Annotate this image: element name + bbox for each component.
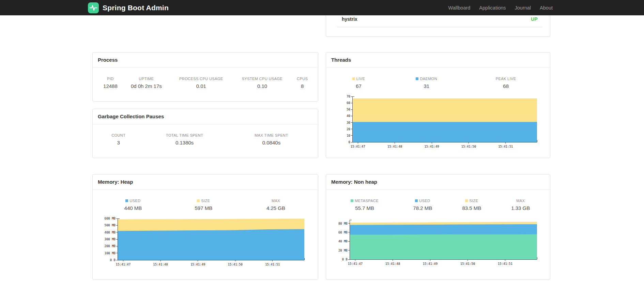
svg-text:15:41:50: 15:41:50 xyxy=(461,145,476,148)
process-panel-title: Process xyxy=(93,52,318,68)
nonheap-size-swatch-icon xyxy=(465,199,468,202)
threads-legend: LIVE 67 DAEMON 31 PEAK LIVE 68 xyxy=(331,73,545,91)
svg-text:0 B: 0 B xyxy=(110,258,116,262)
legend-nonheap-used: USED 78.2 MB xyxy=(398,195,447,213)
legend-daemon: DAEMON 31 xyxy=(386,73,467,91)
application-row[interactable]: hystrix UP xyxy=(337,15,542,27)
svg-text:0: 0 xyxy=(349,140,350,144)
svg-text:10: 10 xyxy=(347,134,350,137)
memory-heap-panel-title: Memory: Heap xyxy=(93,174,318,190)
heap-legend: USED 440 MB SIZE 597 MB MAX 4.25 GB xyxy=(98,195,313,213)
legend-heap-size: SIZE 597 MB xyxy=(168,195,239,213)
stat-gc-count: COUNT 3 xyxy=(98,130,139,148)
svg-text:20 MB: 20 MB xyxy=(338,249,348,252)
svg-text:70: 70 xyxy=(347,95,350,98)
threads-panel-title: Threads xyxy=(326,52,550,68)
legend-live: LIVE 67 xyxy=(331,73,386,91)
svg-text:500 MB: 500 MB xyxy=(104,224,116,227)
svg-text:80 MB: 80 MB xyxy=(338,222,348,225)
stat-pid: PID 12488 xyxy=(98,73,123,91)
legend-heap-used: USED 440 MB xyxy=(98,195,168,213)
svg-text:300 MB: 300 MB xyxy=(104,238,116,241)
heap-used-swatch-icon xyxy=(125,199,128,202)
svg-text:15:41:47: 15:41:47 xyxy=(116,263,131,266)
svg-text:15:41:50: 15:41:50 xyxy=(228,263,243,266)
daemon-swatch-icon xyxy=(416,77,418,80)
svg-text:50: 50 xyxy=(347,108,350,111)
stat-process-cpu-usage: PROCESS CPU USAGE 0.01 xyxy=(170,73,233,91)
svg-text:15:41:49: 15:41:49 xyxy=(424,145,439,148)
gc-panel: Garbage Collection Pauses COUNT 3 TOTAL … xyxy=(92,109,318,158)
live-swatch-icon xyxy=(352,77,355,80)
svg-text:600 MB: 600 MB xyxy=(104,217,116,220)
legend-metaspace: METASPACE 55.7 MB xyxy=(331,195,398,213)
svg-text:0 B: 0 B xyxy=(342,258,348,261)
nav-links: Wallboard Applications Journal About xyxy=(444,0,553,15)
application-status-badge: UP xyxy=(531,16,538,22)
legend-nonheap-size: SIZE 83.5 MB xyxy=(447,195,496,213)
svg-text:15:41:48: 15:41:48 xyxy=(385,262,400,265)
heap-size-swatch-icon xyxy=(197,199,200,202)
memory-heap-chart: 0 B100 MB200 MB300 MB400 MB500 MB600 MB1… xyxy=(98,216,313,272)
stat-cpus: CPUS 8 xyxy=(292,73,313,91)
svg-text:15:41:47: 15:41:47 xyxy=(351,145,365,148)
nonheap-legend: METASPACE 55.7 MB USED 78.2 MB SIZE 83.5… xyxy=(331,195,545,213)
stat-system-cpu-usage: SYSTEM CPU USAGE 0.10 xyxy=(233,73,292,91)
svg-text:60: 60 xyxy=(347,101,350,105)
application-name: hystrix xyxy=(342,16,357,22)
gc-stats: COUNT 3 TOTAL TIME SPENT 0.1380s MAX TIM… xyxy=(98,130,313,148)
process-panel: Process PID 12488 UPTIME 0d 0h 2m 17s PR… xyxy=(92,52,318,102)
brand-title: Spring Boot Admin xyxy=(103,4,169,12)
memory-nonheap-chart: 0 B20 MB40 MB60 MB80 MB15:41:4715:41:481… xyxy=(331,216,545,271)
legend-heap-max: MAX 4.25 GB xyxy=(239,195,313,213)
stat-gc-max-time: MAX TIME SPENT 0.0840s xyxy=(230,130,313,148)
svg-text:20: 20 xyxy=(347,127,350,131)
svg-text:40 MB: 40 MB xyxy=(338,240,348,243)
stat-gc-total-time: TOTAL TIME SPENT 0.1380s xyxy=(139,130,230,148)
svg-text:100 MB: 100 MB xyxy=(104,252,116,255)
svg-text:15:41:51: 15:41:51 xyxy=(265,263,280,266)
navbar: Spring Boot Admin Wallboard Applications… xyxy=(0,0,644,15)
nav-item-about[interactable]: About xyxy=(535,5,553,11)
svg-text:15:41:51: 15:41:51 xyxy=(498,145,513,148)
stat-uptime: UPTIME 0d 0h 2m 17s xyxy=(123,73,170,91)
legend-peak-live: PEAK LIVE 68 xyxy=(467,73,545,91)
metaspace-swatch-icon xyxy=(351,199,353,202)
svg-text:200 MB: 200 MB xyxy=(104,244,116,248)
brand-logo-icon xyxy=(88,2,99,14)
threads-panel: Threads LIVE 67 DAEMON 31 PEAK LIVE 68 0… xyxy=(326,52,550,158)
threads-chart: 01020304050607015:41:4715:41:4815:41:491… xyxy=(339,94,545,154)
svg-text:400 MB: 400 MB xyxy=(104,231,116,234)
nav-item-applications[interactable]: Applications xyxy=(475,5,510,11)
svg-text:15:41:50: 15:41:50 xyxy=(460,262,475,265)
nav-item-wallboard[interactable]: Wallboard xyxy=(444,5,475,11)
brand[interactable]: Spring Boot Admin xyxy=(88,0,169,15)
svg-text:15:41:47: 15:41:47 xyxy=(348,262,363,265)
memory-heap-panel: Memory: Heap USED 440 MB SIZE 597 MB MAX… xyxy=(92,174,318,280)
svg-text:15:41:51: 15:41:51 xyxy=(498,262,512,265)
process-stats: PID 12488 UPTIME 0d 0h 2m 17s PROCESS CP… xyxy=(98,73,313,91)
applications-panel: hystrix UP xyxy=(326,15,550,37)
svg-text:15:41:49: 15:41:49 xyxy=(423,262,438,265)
memory-nonheap-panel-title: Memory: Non heap xyxy=(326,174,550,190)
legend-nonheap-max: MAX 1.33 GB xyxy=(496,195,545,213)
svg-text:60 MB: 60 MB xyxy=(338,231,348,234)
svg-text:30: 30 xyxy=(347,121,350,124)
svg-text:15:41:48: 15:41:48 xyxy=(153,263,168,266)
nonheap-used-swatch-icon xyxy=(415,199,418,202)
svg-text:15:41:49: 15:41:49 xyxy=(190,263,205,266)
svg-text:40: 40 xyxy=(347,114,350,118)
nav-item-journal[interactable]: Journal xyxy=(510,5,536,11)
svg-text:15:41:48: 15:41:48 xyxy=(387,145,402,148)
memory-nonheap-panel: Memory: Non heap METASPACE 55.7 MB USED … xyxy=(326,174,550,280)
gc-panel-title: Garbage Collection Pauses xyxy=(93,109,318,124)
